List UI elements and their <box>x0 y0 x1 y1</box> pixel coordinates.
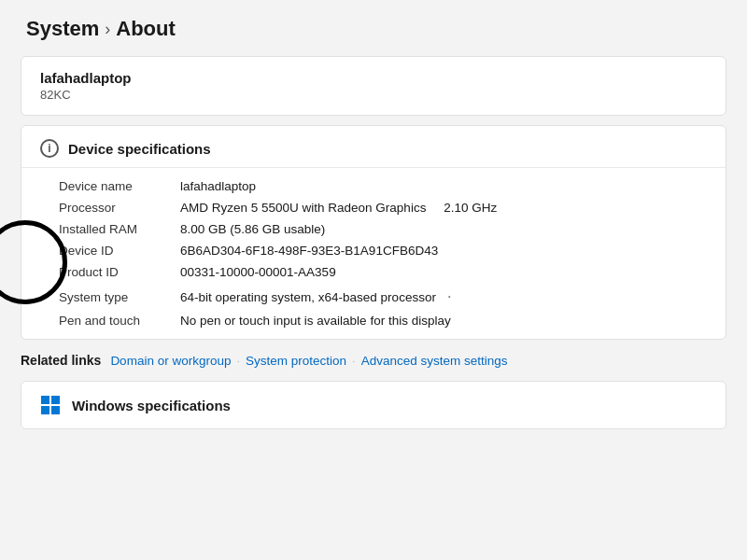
breadcrumb-parent: System <box>26 17 99 41</box>
device-model: 82KC <box>40 88 707 102</box>
svg-rect-1 <box>51 396 60 404</box>
spec-value-processor: AMD Ryzen 5 5500U with Radeon Graphics 2… <box>180 201 707 215</box>
link-advanced-system-settings[interactable]: Advanced system settings <box>361 354 508 368</box>
svg-rect-3 <box>51 406 60 414</box>
device-name-card: lafahadlaptop 82KC <box>21 56 726 116</box>
spec-label-ram: Installed RAM <box>59 222 180 236</box>
related-links-section: Related links Domain or workgroup · Syst… <box>0 340 747 377</box>
table-row: System type 64-bit operating system, x64… <box>59 283 707 310</box>
spec-value-pen-touch: No pen or touch input is available for t… <box>180 314 707 328</box>
spec-value-ram: 8.00 GB (5.86 GB usable) <box>180 222 707 236</box>
breadcrumb-separator: › <box>105 20 110 39</box>
windows-specs-label: Windows specifications <box>72 398 231 413</box>
table-row: Device name lafahadlaptop <box>59 175 707 197</box>
specs-header: i Device specifications <box>21 126 726 168</box>
windows-logo-icon <box>40 395 61 415</box>
related-links-label: Related links <box>21 353 101 368</box>
device-name: lafahadlaptop <box>40 70 707 86</box>
spec-label-device-id: Device ID <box>59 244 180 258</box>
related-links-container: Related links Domain or workgroup · Syst… <box>0 340 747 377</box>
spec-label-system-type: System type <box>59 290 180 304</box>
windows-specs-section: Windows specifications <box>21 381 726 429</box>
table-row: Product ID 00331-10000-00001-AA359 <box>59 261 707 283</box>
spec-label-product-id: Product ID <box>59 265 180 279</box>
svg-rect-0 <box>41 396 49 404</box>
table-row: Installed RAM 8.00 GB (5.86 GB usable) <box>59 218 707 240</box>
spec-value-system-type: 64-bit operating system, x64-based proce… <box>180 287 707 306</box>
table-row: Pen and touch No pen or touch input is a… <box>59 310 707 331</box>
table-row: Device ID 6B6AD304-6F18-498F-93E3-B1A91C… <box>59 240 707 261</box>
table-row: Processor AMD Ryzen 5 5500U with Radeon … <box>59 197 707 218</box>
spec-value-device-id: 6B6AD304-6F18-498F-93E3-B1A91CFB6D43 <box>180 244 707 258</box>
spec-value-device-name: lafahadlaptop <box>180 179 707 193</box>
link-system-protection[interactable]: System protection <box>246 354 346 368</box>
breadcrumb-current: About <box>116 17 176 41</box>
info-icon: i <box>40 139 59 158</box>
specs-title: Device specifications <box>68 141 211 157</box>
breadcrumb: System › About <box>26 17 721 41</box>
spec-label-device-name: Device name <box>59 179 180 193</box>
link-domain-workgroup[interactable]: Domain or workgroup <box>110 354 231 368</box>
spec-label-pen-touch: Pen and touch <box>59 314 180 328</box>
svg-rect-2 <box>41 406 49 414</box>
device-specs-card: i Device specifications Device name lafa… <box>21 125 726 340</box>
spec-value-product-id: 00331-10000-00001-AA359 <box>180 265 707 279</box>
spec-label-processor: Processor <box>59 201 180 215</box>
specs-table: Device name lafahadlaptop Processor AMD … <box>21 168 726 339</box>
